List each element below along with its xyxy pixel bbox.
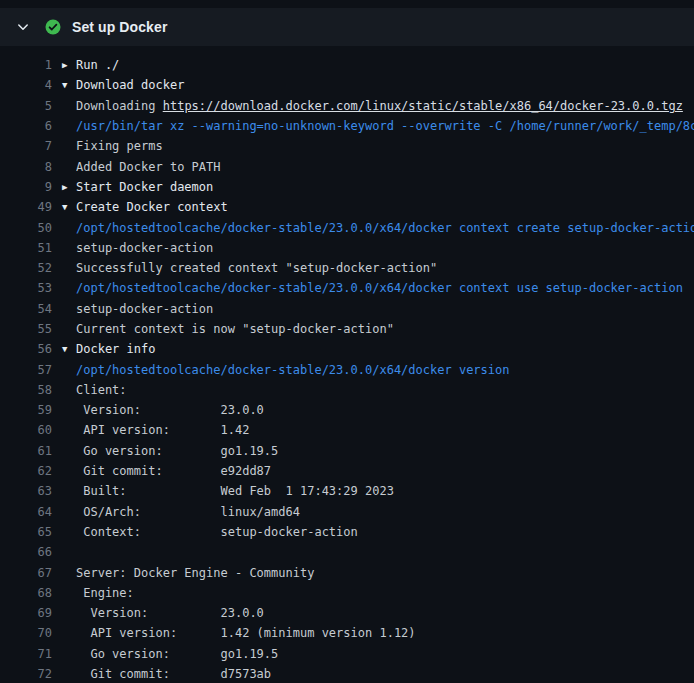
log-text: Built: Wed Feb 1 17:43:29 2023 [76, 484, 694, 498]
log-text: setup-docker-action [76, 302, 694, 316]
log-text: Downloading https://download.docker.com/… [76, 99, 694, 113]
log-text: Engine: [76, 586, 694, 600]
log-line: 8Added Docker to PATH [0, 156, 694, 176]
log-line: 55Current context is now "setup-docker-a… [0, 319, 694, 339]
log-text: Go version: go1.19.5 [76, 444, 694, 458]
log-line: 59 Version: 23.0.0 [0, 400, 694, 420]
group-collapsed-icon[interactable]: ▶ [62, 60, 76, 70]
line-number[interactable]: 49 [0, 200, 52, 214]
log-text-prefix: Downloading [76, 99, 163, 113]
line-number[interactable]: 57 [0, 363, 52, 377]
line-number[interactable]: 8 [0, 160, 52, 174]
line-number[interactable]: 56 [0, 342, 52, 356]
log-text: OS/Arch: linux/amd64 [76, 505, 694, 519]
line-number[interactable]: 70 [0, 626, 52, 640]
log-line: 6/usr/bin/tar xz --warning=no-unknown-ke… [0, 116, 694, 136]
line-number[interactable]: 6 [0, 119, 52, 133]
log-line: 62 Git commit: e92dd87 [0, 461, 694, 481]
line-number[interactable]: 5 [0, 99, 52, 113]
line-number[interactable]: 51 [0, 241, 52, 255]
download-url-link[interactable]: https://download.docker.com/linux/static… [163, 99, 683, 113]
log-line: 70 API version: 1.42 (minimum version 1.… [0, 623, 694, 643]
step-title: Set up Docker [72, 19, 167, 35]
group-expanded-icon[interactable]: ▼ [62, 344, 76, 354]
line-number[interactable]: 62 [0, 464, 52, 478]
line-number[interactable]: 59 [0, 403, 52, 417]
log-line: 51setup-docker-action [0, 238, 694, 258]
line-number[interactable]: 65 [0, 525, 52, 539]
group-expanded-icon[interactable]: ▼ [62, 202, 76, 212]
line-number[interactable]: 71 [0, 647, 52, 661]
log-line[interactable]: 1▶Run ./ [0, 55, 694, 75]
log-text: Current context is now "setup-docker-act… [76, 322, 694, 336]
log-line: 50/opt/hostedtoolcache/docker-stable/23.… [0, 217, 694, 237]
log-line[interactable]: 49▼Create Docker context [0, 197, 694, 217]
check-circle-icon [45, 19, 61, 35]
log-text: Context: setup-docker-action [76, 525, 694, 539]
log-line: 60 API version: 1.42 [0, 420, 694, 440]
log-text: Client: [76, 383, 694, 397]
log-text: /opt/hostedtoolcache/docker-stable/23.0.… [76, 281, 694, 295]
log-text: Version: 23.0.0 [76, 606, 694, 620]
log-line: 61 Go version: go1.19.5 [0, 441, 694, 461]
log-text: /usr/bin/tar xz --warning=no-unknown-key… [76, 119, 694, 133]
line-number[interactable]: 69 [0, 606, 52, 620]
chevron-down-icon[interactable] [16, 20, 30, 34]
log-text: /opt/hostedtoolcache/docker-stable/23.0.… [76, 363, 694, 377]
log-line: 69 Version: 23.0.0 [0, 603, 694, 623]
line-number[interactable]: 1 [0, 58, 52, 72]
log-text: Git commit: d7573ab [76, 667, 694, 681]
log-text: Download docker [76, 78, 694, 92]
log-text: Run ./ [76, 58, 694, 72]
line-number[interactable]: 60 [0, 423, 52, 437]
log-text: Go version: go1.19.5 [76, 647, 694, 661]
log-text: Docker info [76, 342, 694, 356]
line-number[interactable]: 64 [0, 505, 52, 519]
line-number[interactable]: 63 [0, 484, 52, 498]
log-text: Start Docker daemon [76, 180, 694, 194]
step-header[interactable]: Set up Docker [0, 8, 694, 46]
line-number[interactable]: 7 [0, 139, 52, 153]
line-number[interactable]: 55 [0, 322, 52, 336]
log-line: 58Client: [0, 380, 694, 400]
log-text: /opt/hostedtoolcache/docker-stable/23.0.… [76, 221, 694, 235]
line-number[interactable]: 66 [0, 545, 52, 559]
line-number[interactable]: 58 [0, 383, 52, 397]
log-text: API version: 1.42 [76, 423, 694, 437]
log-line: 66 [0, 542, 694, 562]
log-line: 52Successfully created context "setup-do… [0, 258, 694, 278]
log-container: 1▶Run ./4▼Download docker5Downloading ht… [0, 46, 694, 683]
log-text: Create Docker context [76, 200, 694, 214]
log-line[interactable]: 9▶Start Docker daemon [0, 177, 694, 197]
group-collapsed-icon[interactable]: ▶ [62, 182, 76, 192]
line-number[interactable]: 52 [0, 261, 52, 275]
log-text: Server: Docker Engine - Community [76, 566, 694, 580]
log-line[interactable]: 56▼Docker info [0, 339, 694, 359]
log-line[interactable]: 4▼Download docker [0, 75, 694, 95]
log-line: 71 Go version: go1.19.5 [0, 644, 694, 664]
line-number[interactable]: 4 [0, 78, 52, 92]
line-number[interactable]: 9 [0, 180, 52, 194]
log-line: 63 Built: Wed Feb 1 17:43:29 2023 [0, 481, 694, 501]
line-number[interactable]: 54 [0, 302, 52, 316]
line-number[interactable]: 68 [0, 586, 52, 600]
line-number[interactable]: 67 [0, 566, 52, 580]
log-line: 57/opt/hostedtoolcache/docker-stable/23.… [0, 359, 694, 379]
group-expanded-icon[interactable]: ▼ [62, 80, 76, 90]
workflow-log-page: Set up Docker 1▶Run ./4▼Download docker5… [0, 0, 694, 683]
log-text: Version: 23.0.0 [76, 403, 694, 417]
line-number[interactable]: 53 [0, 281, 52, 295]
log-line: 53/opt/hostedtoolcache/docker-stable/23.… [0, 278, 694, 298]
log-text: Fixing perms [76, 139, 694, 153]
log-line: 72 Git commit: d7573ab [0, 664, 694, 683]
line-number[interactable]: 72 [0, 667, 52, 681]
line-number[interactable]: 61 [0, 444, 52, 458]
log-text: Git commit: e92dd87 [76, 464, 694, 478]
log-line: 67Server: Docker Engine - Community [0, 562, 694, 582]
log-line: 54setup-docker-action [0, 299, 694, 319]
log-line: 5Downloading https://download.docker.com… [0, 96, 694, 116]
line-number[interactable]: 50 [0, 221, 52, 235]
log-line: 68 Engine: [0, 583, 694, 603]
log-line: 65 Context: setup-docker-action [0, 522, 694, 542]
log-text: API version: 1.42 (minimum version 1.12) [76, 626, 694, 640]
